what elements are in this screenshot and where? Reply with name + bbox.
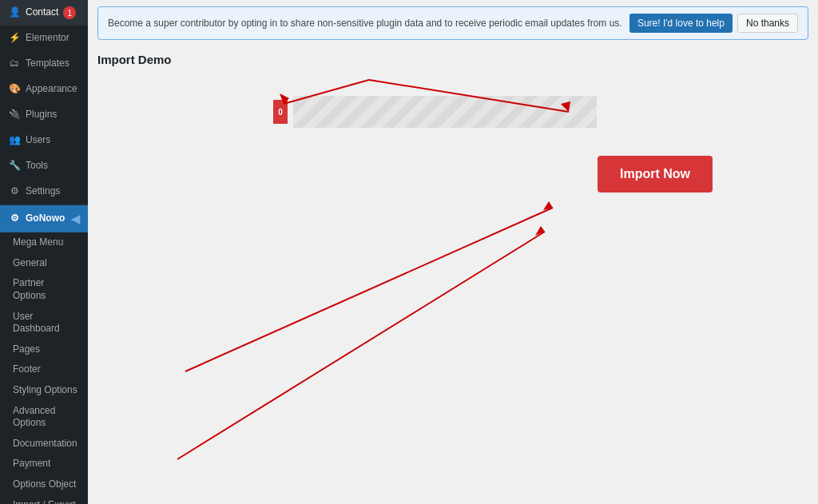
sidebar-sub-pages[interactable]: Pages [0, 339, 88, 360]
nothanks-button[interactable]: No thanks [737, 14, 798, 33]
sidebar-item-appearance[interactable]: 🎨 Appearance [0, 77, 88, 102]
sidebar-sub-import-export[interactable]: Import / Export [0, 495, 88, 505]
users-icon: 👥 [8, 134, 21, 147]
svg-marker-5 [543, 201, 553, 210]
elementor-icon: ⚡ [8, 32, 21, 45]
page-title: Import Demo [97, 53, 808, 66]
notification-bar: Become a super contributor by opting in … [97, 6, 808, 40]
svg-marker-7 [535, 226, 545, 236]
sidebar-label-users: Users [26, 134, 50, 147]
upload-indicator: 0 [273, 100, 288, 124]
import-now-button[interactable]: Import Now [598, 156, 713, 192]
sidebar-gonowo-section: ⚙ GoNowo ◀ [0, 205, 88, 232]
templates-icon: 🗂 [8, 58, 21, 70]
sidebar-sub-mega-menu[interactable]: Mega Menu [0, 232, 88, 253]
sidebar-sub-footer[interactable]: Footer [0, 359, 88, 380]
import-demo-area: Import Demo 0 Import Now [88, 43, 818, 504]
arrows-overlay [97, 76, 808, 494]
settings-icon: ⚙ [8, 185, 21, 198]
sidebar-item-settings[interactable]: ⚙ Settings [0, 179, 88, 204]
general-label: General [13, 257, 47, 270]
sidebar-item-users[interactable]: 👥 Users [0, 128, 88, 153]
sidebar-item-contact[interactable]: 👤 Contact 1 [0, 0, 88, 26]
mega-menu-label: Mega Menu [13, 236, 63, 249]
stripe-area [293, 96, 597, 128]
chevron-left-icon: ◀ [71, 212, 80, 226]
sidebar-label-plugins: Plugins [26, 109, 57, 121]
sure-button[interactable]: Sure! I'd love to help [629, 14, 733, 33]
sidebar-label-settings: Settings [26, 185, 60, 198]
tools-icon: 🔧 [8, 160, 21, 173]
person-icon: 👤 [8, 6, 21, 19]
sidebar-sub-styling-options[interactable]: Styling Options [0, 380, 88, 401]
sidebar-label-templates: Templates [26, 58, 69, 70]
sidebar-sub-options-object[interactable]: Options Object [0, 474, 88, 495]
sidebar-item-plugins[interactable]: 🔌 Plugins [0, 102, 88, 128]
sidebar-item-gonowo[interactable]: ⚙ GoNowo ◀ [0, 205, 88, 232]
notif-actions: Sure! I'd love to help No thanks [629, 14, 798, 33]
sidebar-sub-user-dashboard[interactable]: User Dashboard [0, 307, 88, 339]
plugins-icon: 🔌 [8, 109, 21, 121]
sidebar-label-contact: Contact [26, 6, 58, 19]
options-object-label: Options Object [13, 478, 76, 491]
demo-canvas: 0 Import Now [97, 76, 808, 494]
footer-label: Footer [13, 363, 41, 376]
pages-label: Pages [13, 343, 40, 356]
sidebar-sub-advanced-options[interactable]: Advanced Options [0, 401, 88, 434]
sidebar-sub-payment[interactable]: Payment [0, 454, 88, 474]
sidebar-label-appearance: Appearance [26, 83, 77, 96]
sidebar-item-templates[interactable]: 🗂 Templates [0, 51, 88, 77]
advanced-options-label: Advanced Options [13, 405, 80, 430]
sidebar-top-section: 👤 Contact 1 ⚡ Elementor 🗂 Templates 🎨 Ap… [0, 0, 88, 205]
svg-line-6 [177, 232, 545, 459]
documentation-label: Documentation [13, 438, 77, 450]
contact-badge: 1 [63, 6, 76, 19]
notif-text: Become a super contributor by opting in … [108, 18, 623, 29]
sidebar-sub-partner-options[interactable]: Partner Options [0, 273, 88, 306]
sidebar-sub-general[interactable]: General [0, 253, 88, 274]
partner-options-label: Partner Options [13, 277, 80, 302]
import-export-label: Import / Export [13, 499, 76, 505]
sidebar-label-elementor: Elementor [26, 32, 69, 45]
sidebar-label-gonowo: GoNowo [26, 212, 65, 225]
sidebar-item-tools[interactable]: 🔧 Tools [0, 153, 88, 179]
sidebar-item-elementor[interactable]: ⚡ Elementor [0, 26, 88, 51]
appearance-icon: 🎨 [8, 83, 21, 96]
sidebar-sub-documentation[interactable]: Documentation [0, 434, 88, 454]
sidebar-label-tools: Tools [26, 160, 48, 173]
main-content: Become a super contributor by opting in … [88, 0, 818, 504]
styling-options-label: Styling Options [13, 384, 77, 397]
payment-label: Payment [13, 458, 50, 470]
user-dashboard-label: User Dashboard [13, 311, 80, 335]
sidebar-submenu-gonowo: Mega Menu General Partner Options User D… [0, 232, 88, 504]
svg-line-4 [185, 208, 553, 371]
gonowo-icon: ⚙ [8, 212, 21, 225]
